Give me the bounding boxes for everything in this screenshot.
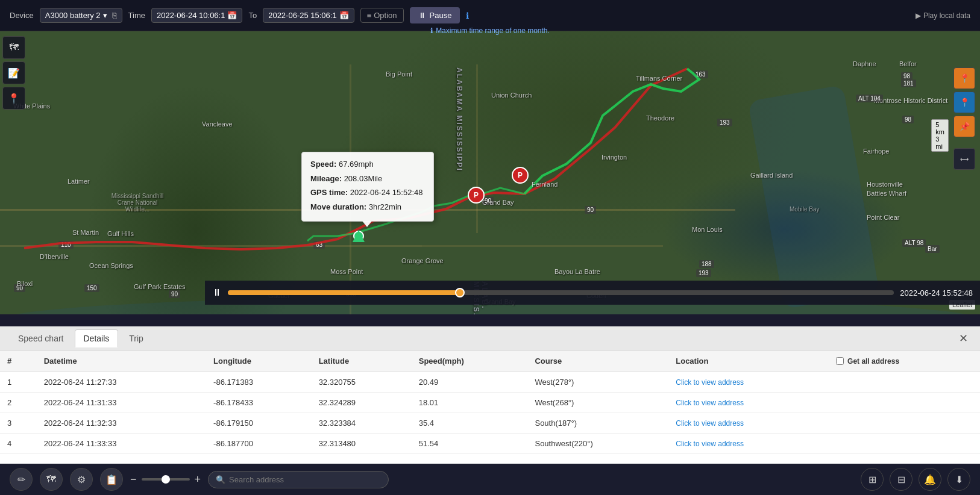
settings-btn[interactable]: ⚙ [70, 468, 93, 491]
cell-speed: 35.4 [412, 413, 528, 434]
cell-num: 4 [0, 434, 37, 454]
pin-btn[interactable]: 📌 [953, 116, 975, 137]
poi-btn[interactable]: 📍 [2, 87, 25, 110]
info-icon[interactable]: ℹ [466, 11, 469, 20]
left-panel: 🗺 📝 📍 [0, 31, 30, 114]
cell-course: West(278°) [527, 372, 668, 393]
close-panel-button[interactable]: ✕ [956, 332, 970, 345]
time-to-value: 2022-06-25 15:06:1 [268, 11, 336, 20]
cell-longitude: -86.179150 [206, 413, 312, 434]
table-row: 3 2022-06-24 11:32:33 -86.179150 32.3233… [0, 413, 980, 434]
col-location: Location [668, 350, 829, 372]
view-address-link[interactable]: Click to view address [676, 378, 744, 387]
pause-button[interactable]: ⏸ Pause [410, 7, 460, 23]
get-all-checkbox[interactable] [836, 357, 844, 365]
rt-btn-2[interactable]: ⊟ [890, 468, 912, 491]
zoom-in-button[interactable]: + [195, 473, 201, 486]
playback-timestamp: 2022-06-24 15:52:48 [900, 288, 973, 297]
cell-location: Click to view address [668, 413, 829, 434]
cell-latitude: 32.323384 [312, 413, 412, 434]
zoom-control: − + [130, 473, 201, 486]
map-scale: 5 km 3 mi [931, 119, 949, 152]
cell-course: South(187°) [527, 413, 668, 434]
pause-icon: ⏸ [418, 11, 426, 20]
cell-location: Click to view address [668, 372, 829, 393]
option-icon: ≡ [367, 11, 372, 20]
col-datetime: Datetime [37, 350, 206, 372]
cell-num: 3 [0, 413, 37, 434]
bottom-toolbar: ✏ 🗺 ⚙ 📋 − + 🔍 ⊞ ⊟ 🔔 ⬇ [0, 464, 980, 495]
option-button[interactable]: ≡ Option [360, 8, 404, 23]
col-longitude: Longitude [206, 350, 312, 372]
cell-extra [829, 413, 980, 434]
rt-btn-1[interactable]: ⊞ [861, 468, 884, 491]
cell-datetime: 2022-06-24 11:27:33 [37, 372, 206, 393]
progress-thumb[interactable] [455, 288, 465, 297]
calendar-icon[interactable]: 📅 [227, 11, 237, 20]
scale-mi: 3 mi [935, 135, 944, 150]
cell-datetime: 2022-06-24 11:32:33 [37, 413, 206, 434]
view-address-link[interactable]: Click to view address [676, 419, 744, 428]
tab-speed-chart[interactable]: Speed chart [10, 330, 72, 347]
table-row: 2 2022-06-24 11:31:33 -86.178433 32.3242… [0, 393, 980, 413]
map-layer-btn[interactable]: 📍 [953, 92, 975, 113]
cell-latitude: 32.324289 [312, 393, 412, 413]
map-area[interactable]: 110 90 63 613 90 90 163 193 188 193 90 1… [0, 31, 980, 314]
map-tooltip: Speed: 67.69mph Mileage: 208.03Mile GPS … [301, 152, 434, 222]
layers-btn[interactable]: 🗺 [2, 36, 25, 59]
cell-location: Click to view address [668, 434, 829, 454]
cell-course: West(268°) [527, 393, 668, 413]
play-local-button[interactable]: ▶ Play local data [916, 11, 970, 20]
col-get-all: Get all address [829, 350, 980, 372]
cell-longitude: -86.187700 [206, 434, 312, 454]
progress-track[interactable] [228, 290, 894, 295]
location-btn[interactable]: 📍 [953, 67, 975, 89]
zoom-slider[interactable] [142, 478, 190, 481]
tooltip-gps-value: 2022-06-24 15:52:48 [350, 188, 423, 197]
notes-btn[interactable]: 📝 [2, 61, 25, 84]
time-to-input[interactable]: 2022-06-25 15:06:1 📅 [263, 8, 354, 23]
cell-num: 2 [0, 393, 37, 413]
tooltip-speed-value: 67.69mph [339, 160, 374, 169]
cell-datetime: 2022-06-24 11:31:33 [37, 393, 206, 413]
cell-datetime: 2022-06-24 11:33:33 [37, 434, 206, 454]
play-pause-button[interactable]: ⏸ [212, 287, 222, 298]
rt-btn-4[interactable]: ⬇ [947, 468, 970, 491]
time-from-value: 2022-06-24 10:06:1 [157, 11, 225, 20]
device-select[interactable]: A3000 battery 2 ▾ ⎘ [40, 8, 122, 23]
right-controls: 📍 📍 📌 5 km 3 mi ⟷ [953, 67, 975, 170]
play-local-icon: ▶ [916, 11, 921, 20]
table-body: 1 2022-06-24 11:27:33 -86.171383 32.3207… [0, 372, 980, 454]
measure-btn[interactable]: ⟷ [953, 148, 975, 170]
pencil-btn[interactable]: ✏ [10, 468, 33, 491]
view-address-link[interactable]: Click to view address [676, 399, 744, 407]
calendar-to-icon[interactable]: 📅 [339, 11, 349, 20]
tab-details[interactable]: Details [75, 329, 119, 347]
search-input[interactable] [229, 475, 381, 484]
tooltip-duration-value: 3hr22min [369, 202, 401, 211]
col-latitude: Latitude [312, 350, 412, 372]
info-small-icon: ℹ [430, 26, 433, 35]
col-speed: Speed(mph) [412, 350, 528, 372]
chevron-down-icon: ▾ [103, 11, 107, 20]
copy-icon[interactable]: ⎘ [112, 11, 117, 20]
panel-tabs: Speed chart Details Trip ✕ [0, 326, 980, 350]
cell-speed: 51.54 [412, 434, 528, 454]
tab-trip[interactable]: Trip [121, 330, 152, 347]
col-course: Course [527, 350, 668, 372]
cell-extra [829, 393, 980, 413]
right-toolbar-buttons: ⊞ ⊟ 🔔 ⬇ [861, 468, 970, 491]
time-range-note: ℹ Maximum time range of one month. [430, 26, 550, 35]
cell-longitude: -86.178433 [206, 393, 312, 413]
time-from-input[interactable]: 2022-06-24 10:06:1 📅 [151, 8, 242, 23]
rt-btn-3[interactable]: 🔔 [919, 468, 941, 491]
zoom-out-button[interactable]: − [130, 473, 137, 486]
view-address-link[interactable]: Click to view address [676, 440, 744, 448]
map-pin-2: P [468, 187, 485, 204]
col-num: # [0, 350, 37, 372]
cell-extra [829, 372, 980, 393]
list-btn[interactable]: 📋 [100, 468, 123, 491]
cell-extra [829, 434, 980, 454]
map-btn[interactable]: 🗺 [40, 468, 63, 491]
zoom-thumb [162, 475, 170, 484]
